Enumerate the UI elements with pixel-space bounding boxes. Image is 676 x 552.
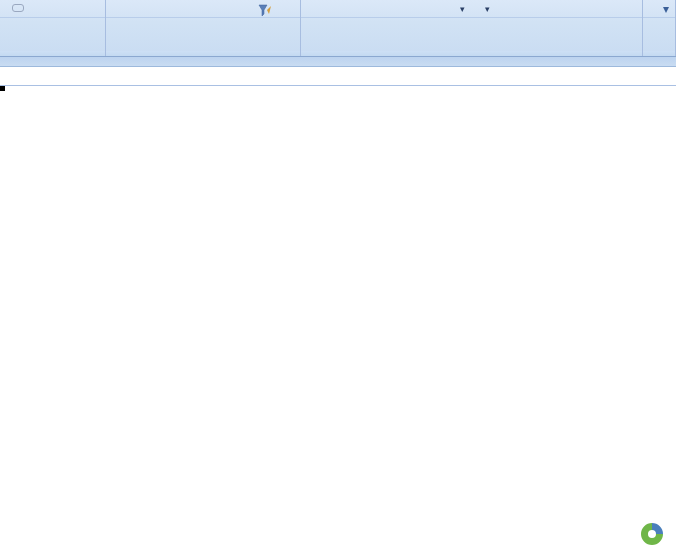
chevron-down-icon: ▾ — [460, 4, 465, 14]
group-label-connections — [0, 51, 105, 56]
ribbon-bottom-strip — [0, 57, 676, 67]
group-label-data-tools — [301, 51, 642, 56]
group-label-outline — [643, 51, 675, 56]
link-icon — [12, 4, 24, 12]
column-headers — [0, 67, 676, 86]
ribbon: ▾ ▾ ▾ — [0, 0, 676, 57]
chevron-down-icon[interactable]: ▾ — [663, 2, 669, 16]
ribbon-group-sort-filter — [106, 0, 301, 56]
remove-duplicates-button[interactable]: ▾ — [450, 2, 469, 16]
spreadsheet-area[interactable] — [0, 67, 676, 86]
chevron-down-icon: ▾ — [485, 4, 490, 14]
watermark-logo-icon — [638, 520, 666, 548]
edit-links-button[interactable] — [8, 2, 32, 14]
ribbon-group-connections — [0, 0, 106, 56]
active-cell-outline — [0, 86, 4, 90]
ribbon-group-outline: ▾ — [643, 0, 676, 56]
ribbon-group-data-tools: ▾ ▾ — [301, 0, 643, 56]
group-label-sort-filter — [106, 51, 300, 56]
watermark — [638, 520, 670, 546]
data-validation-button[interactable]: ▾ — [475, 2, 494, 16]
funnel-pen-icon — [258, 4, 272, 18]
fill-handle[interactable] — [0, 86, 5, 91]
